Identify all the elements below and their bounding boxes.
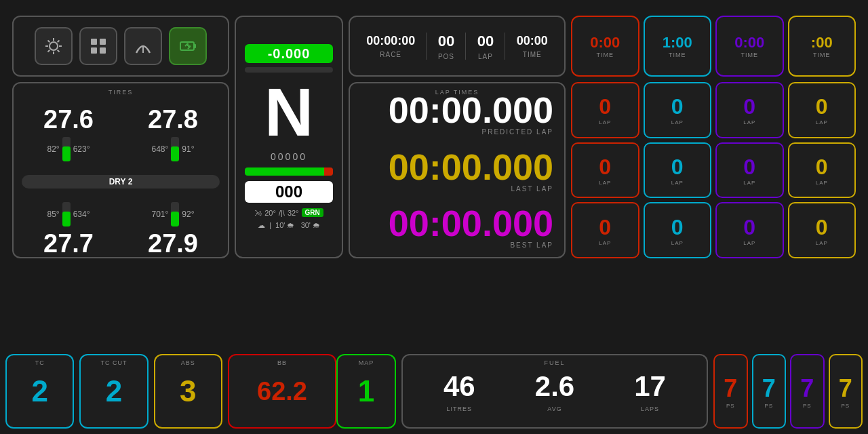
map-ctrl-value: 1 xyxy=(358,374,374,408)
pos-label: POS xyxy=(438,53,454,60)
grid-button[interactable] xyxy=(79,27,117,65)
svg-rect-11 xyxy=(91,47,97,54)
side-lap-v-r1c1: 0 xyxy=(599,94,611,119)
side-lap-v-r2c4: 0 xyxy=(816,155,828,180)
side-panel-top-1: 0:00 TIME xyxy=(571,16,639,77)
gear-panel: -0.000 N 00000 000 🌬 20° /|\ 32° GRN ☁ |… xyxy=(235,16,343,258)
side-time-label-4: TIME xyxy=(813,52,831,58)
gear-000-display: 000 xyxy=(245,181,333,203)
rain-icon-2: 🌧 xyxy=(313,221,320,229)
left-controls-group: TC 2 TC CUT 2 ABS 3 xyxy=(5,354,222,429)
side-lap-r3c1: 0 LAP xyxy=(571,202,639,258)
gear-number: 00000 xyxy=(271,151,307,162)
side-lap-v-r3c2: 0 xyxy=(671,215,684,240)
side-panel-top-2: 1:00 TIME xyxy=(644,16,712,77)
battery-bar xyxy=(245,167,333,176)
fuel-laps-val: 17 xyxy=(634,370,666,403)
side-lap-v-r1c2: 0 xyxy=(671,94,684,119)
side-bot-ctrl-3: 7 PS xyxy=(790,354,825,429)
side-time-value-2: 1:00 xyxy=(663,34,692,52)
tire-rl-bar xyxy=(62,202,71,226)
map-ctrl: MAP 1 xyxy=(336,354,396,429)
predicted-lap-label: PREDICTED LAP xyxy=(482,128,553,136)
lap-label: LAP xyxy=(478,53,493,60)
race-label: RACE xyxy=(380,51,401,58)
side-lap-r3c2: 0 LAP xyxy=(644,202,712,258)
cloud-icon: ☁ xyxy=(258,221,265,229)
side-time-label-1: TIME xyxy=(597,52,614,58)
tire-fl-fill xyxy=(62,146,71,161)
tire-fr-outer: 91° xyxy=(182,144,194,154)
lap-times-panel: LAP TIMES 00:00.000 PREDICTED LAP 00:00.… xyxy=(349,82,566,258)
side-lap-l-r1c2: LAP xyxy=(671,119,684,125)
lights-button[interactable] xyxy=(35,27,73,65)
side-lap-r2c3: 0 LAP xyxy=(715,142,784,199)
wiper-button[interactable] xyxy=(124,27,162,65)
battery-button[interactable] xyxy=(169,27,207,65)
side-lap-l-r1c1: LAP xyxy=(599,119,611,125)
side-lap-v-r2c2: 0 xyxy=(671,155,684,180)
time2-stat: 00:00 TIME xyxy=(517,34,548,58)
side-lap-l-r3c3: LAP xyxy=(743,240,755,246)
svg-line-7 xyxy=(58,41,60,43)
time2-value: 00:00 xyxy=(517,34,548,48)
bottom-row: TC 2 TC CUT 2 ABS 3 BB 62.2 MAP 1 FUEL 4… xyxy=(5,354,863,429)
side-bot-ctrl-v3: 7 xyxy=(800,374,814,403)
tire-fl-bar-row: 82° 623° xyxy=(47,137,90,161)
fuel-avg: 2.6 AVG xyxy=(535,370,574,412)
side-lap-l-r1c4: LAP xyxy=(816,119,828,125)
forecast-1: 10' xyxy=(275,221,285,229)
tires-section-label: TIRES xyxy=(108,89,134,96)
svg-line-8 xyxy=(48,50,50,52)
tire-rl: 85° 634° 27.7 xyxy=(22,202,115,258)
side-bot-ctrl-4: 7 PS xyxy=(829,354,863,429)
flag-badge: GRN xyxy=(302,208,323,217)
bb-map-group: BB 62.2 xyxy=(228,354,336,429)
tire-compound: DRY 2 xyxy=(22,175,220,189)
side-lap-r3c3: 0 LAP xyxy=(715,202,784,258)
side-bot-ctrl-2: 7 PS xyxy=(752,354,787,429)
side-bot-ctrl-l3: PS xyxy=(803,403,812,409)
side-lap-r1c2: 0 LAP xyxy=(644,82,712,138)
side-lap-r2c2: 0 LAP xyxy=(644,142,712,199)
abs-ctrl-value: 3 xyxy=(180,374,196,408)
last-lap-value: 00:00.000 xyxy=(389,149,553,185)
map-ctrl-label: MAP xyxy=(359,359,374,366)
tire-rr-bar-row: 701° 92° xyxy=(152,202,195,226)
wind-icon: 🌬 xyxy=(254,209,262,217)
svg-line-6 xyxy=(58,50,60,52)
side-bot-ctrl-l2: PS xyxy=(764,403,773,409)
tc-cut-ctrl-label: TC CUT xyxy=(100,359,127,366)
best-lap-row: 00:00.000 BEST LAP xyxy=(361,205,553,249)
best-lap-label: BEST LAP xyxy=(510,241,553,249)
side-lap-v-r3c3: 0 xyxy=(743,215,755,240)
tc-ctrl-label: TC xyxy=(35,359,45,366)
side-lap-l-r3c1: LAP xyxy=(599,240,611,246)
tires-grid: 27.6 82° 623° 27.8 648° 91° xyxy=(22,92,220,258)
tire-fr-bar xyxy=(171,137,179,161)
tire-fr-bar-row: 648° 91° xyxy=(152,137,195,161)
tire-rr: 701° 92° 27.9 xyxy=(126,202,220,258)
speed-display: -0.000 xyxy=(245,44,333,63)
side-panels-mid: 0 LAP 0 LAP 0 LAP 0 LAP 0 LAP 0 LAP 0 LA… xyxy=(571,82,856,258)
side-lap-r3c4: 0 LAP xyxy=(788,202,856,258)
side-lap-v-r3c1: 0 xyxy=(599,215,611,240)
time2-label: TIME xyxy=(523,51,542,58)
tire-fl-outer: 623° xyxy=(73,144,90,154)
fuel-laps-lbl: LAPS xyxy=(641,406,659,412)
side-time-value-3: 0:00 xyxy=(734,34,764,52)
divider-2 xyxy=(465,33,466,60)
side-time-value-1: 0:00 xyxy=(590,34,620,52)
side-panel-top-4: :00 TIME xyxy=(788,16,856,77)
bb-ctrl-label: BB xyxy=(277,359,287,366)
side-lap-l-r1c3: LAP xyxy=(743,119,755,125)
track-value: 32° xyxy=(288,209,299,217)
lap-times-label: LAP TIMES xyxy=(435,89,479,96)
tire-rl-bar-row: 85° 634° xyxy=(47,202,90,226)
side-lap-l-r2c4: LAP xyxy=(816,180,828,186)
fuel-ctrl: FUEL 46 LITRES 2.6 AVG 17 LAPS xyxy=(401,354,708,429)
svg-point-0 xyxy=(50,42,58,50)
side-bot-group: 7 PS 7 PS 7 PS 7 PS xyxy=(713,354,863,429)
side-panels-top: 0:00 TIME 1:00 TIME 0:00 TIME :00 TIME xyxy=(571,16,856,77)
side-panel-top-3: 0:00 TIME xyxy=(715,16,784,77)
